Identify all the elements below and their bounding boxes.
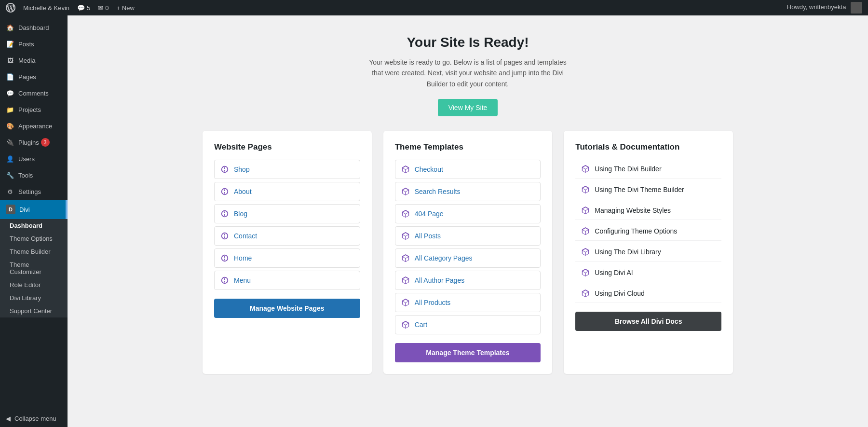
sidebar-item-appearance[interactable]: 🎨 Appearance [0,118,68,134]
sidebar-item-label: Dashboard [18,24,49,31]
list-item[interactable]: All Category Pages [395,248,541,268]
divi-menu-header[interactable]: D Divi [0,200,68,219]
sidebar-item-theme-builder[interactable]: Theme Builder [0,245,68,258]
wp-logo[interactable] [6,3,15,13]
manage-website-pages-button[interactable]: Manage Website Pages [214,299,360,318]
sidebar-item-role-editor[interactable]: Role Editor [0,278,68,291]
list-item[interactable]: Shop [214,160,360,179]
sidebar-item-label: Media [18,57,35,64]
comments-icon: 💬 [6,89,14,97]
sidebar-item-settings[interactable]: ⚙ Settings [0,183,68,200]
posts-icon: 📝 [6,40,14,48]
tutorials-card: Tutorials & Documentation Using The Divi… [564,131,733,374]
sidebar-item-users[interactable]: 👤 Users [0,151,68,167]
media-icon: 🖼 [6,56,14,65]
sidebar-item-comments[interactable]: 💬 Comments [0,85,68,101]
sidebar-item-plugins[interactable]: 🔌 Plugins 3 [0,134,68,151]
divi-logo-icon: D [6,205,15,214]
divi-submenu: Dashboard Theme Options Theme Builder Th… [0,219,68,317]
sidebar-item-theme-customizer[interactable]: Theme Customizer [0,258,68,278]
sidebar-item-divi-dashboard[interactable]: Dashboard [0,219,68,232]
tools-icon: 🔧 [6,171,14,179]
sidebar-item-label: Projects [18,106,41,113]
sidebar-item-support-center[interactable]: Support Center [0,304,68,317]
tutorials-title: Tutorials & Documentation [575,142,721,152]
list-item[interactable]: Configuring Theme Options [575,222,721,241]
list-item[interactable]: Using Divi Cloud [575,284,721,303]
projects-icon: 📁 [6,105,14,114]
page-subtitle: Your website is ready to go. Below is a … [366,57,569,89]
list-item[interactable]: Contact [214,226,360,246]
list-item[interactable]: All Author Pages [395,271,541,290]
sidebar-item-label: Tools [18,172,33,179]
pages-icon: 📄 [6,72,14,81]
theme-templates-title: Theme Templates [395,142,541,152]
sidebar-item-label: Posts [18,41,34,48]
collapse-menu-button[interactable]: ◀ Collapse menu [0,410,68,427]
sidebar-item-divi-library[interactable]: Divi Library [0,291,68,304]
adminbar-comments[interactable]: 💬 5 [77,4,90,12]
list-item[interactable]: Using The Divi Library [575,243,721,262]
sidebar-item-label: Pages [18,73,36,81]
sidebar-menu: 🏠 Dashboard 📝 Posts 🖼 Media 📄 Pages 💬 Co… [0,19,68,200]
plugins-badge: 3 [41,138,50,147]
list-item[interactable]: Home [214,248,360,268]
list-item[interactable]: Cart [395,315,541,334]
list-item[interactable]: All Products [395,293,541,312]
adminbar-new[interactable]: + New [117,4,135,12]
admin-bar: Michelle & Kevin 💬 5 ✉ 0 + New Howdy, wr… [0,0,868,15]
appearance-icon: 🎨 [6,122,14,130]
sidebar-item-media[interactable]: 🖼 Media [0,52,68,69]
manage-theme-templates-button[interactable]: Manage Theme Templates [395,343,541,362]
adminbar-messages[interactable]: ✉ 0 [98,4,108,12]
sidebar: 🏠 Dashboard 📝 Posts 🖼 Media 📄 Pages 💬 Co… [0,15,68,427]
adminbar-howdy: Howdy, writtenbyekta [787,2,862,14]
website-pages-card: Website Pages Shop About Blog [203,131,372,374]
list-item[interactable]: Using Divi AI [575,263,721,282]
sidebar-plugins-label: Plugins 3 [18,138,50,147]
website-pages-list: Shop About Blog Contact [214,160,360,290]
users-icon: 👤 [6,154,14,163]
list-item[interactable]: Managing Website Styles [575,201,721,220]
theme-templates-card: Theme Templates Checkout Search Results … [383,131,553,374]
sidebar-item-posts[interactable]: 📝 Posts [0,36,68,52]
collapse-label: Collapse menu [14,415,56,422]
divi-label: Divi [19,206,30,213]
sidebar-item-label: Comments [18,90,49,97]
sidebar-item-label: Users [18,155,35,163]
page-header: Your Site Is Ready! Your website is read… [82,35,854,116]
divi-section: D Divi Dashboard Theme Options Theme Bui… [0,200,68,317]
list-item[interactable]: Checkout [395,160,541,179]
sidebar-item-dashboard[interactable]: 🏠 Dashboard [0,19,68,36]
sidebar-item-label: Settings [18,188,41,195]
list-item[interactable]: Search Results [395,182,541,201]
main-content: Your Site Is Ready! Your website is read… [68,15,868,427]
list-item[interactable]: 404 Page [395,204,541,223]
sidebar-item-label: Appearance [18,123,52,130]
list-item[interactable]: Using The Divi Theme Builder [575,180,721,199]
adminbar-avatar [851,2,862,14]
adminbar-site-name[interactable]: Michelle & Kevin [23,4,69,12]
view-site-button[interactable]: View My Site [438,99,498,116]
dashboard-icon: 🏠 [6,23,14,32]
list-item[interactable]: About [214,182,360,201]
page-title: Your Site Is Ready! [82,35,854,50]
cards-grid: Website Pages Shop About Blog [203,131,733,374]
tutorials-list: Using The Divi Builder Using The Divi Th… [575,160,721,303]
plugins-icon: 🔌 [6,138,14,147]
sidebar-item-pages[interactable]: 📄 Pages [0,69,68,85]
sidebar-item-theme-options[interactable]: Theme Options [0,232,68,245]
sidebar-item-projects[interactable]: 📁 Projects [0,101,68,118]
settings-icon: ⚙ [6,187,14,196]
browse-all-divi-docs-button[interactable]: Browse All Divi Docs [575,312,721,331]
list-item[interactable]: Blog [214,204,360,223]
list-item[interactable]: Menu [214,271,360,290]
list-item[interactable]: Using The Divi Builder [575,160,721,179]
collapse-icon: ◀ [6,415,11,422]
sidebar-item-tools[interactable]: 🔧 Tools [0,167,68,183]
theme-templates-list: Checkout Search Results 404 Page All Pos… [395,160,541,334]
website-pages-title: Website Pages [214,142,360,152]
list-item[interactable]: All Posts [395,226,541,246]
